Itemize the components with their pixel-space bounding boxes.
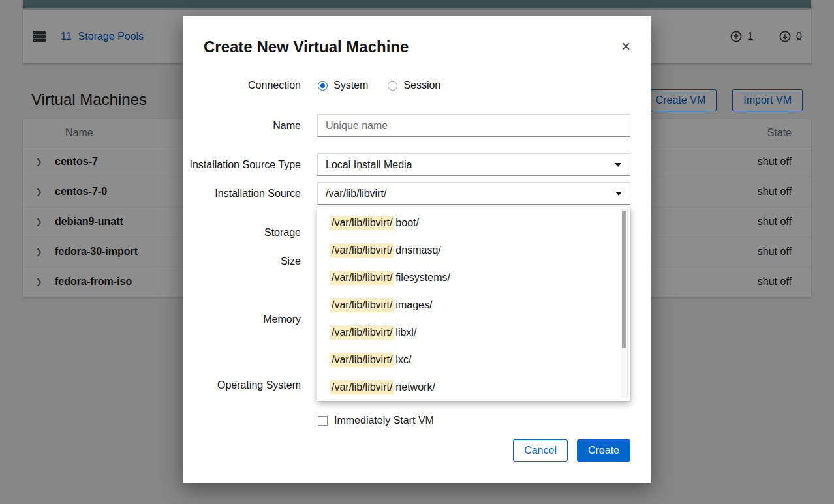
menu-scrollbar[interactable] (621, 209, 628, 398)
memory-label: Memory (183, 313, 301, 325)
path-suffix: libxl/ (395, 327, 416, 338)
chevron-down-icon (615, 163, 621, 167)
match-highlight: /var/lib/libvirt/ (330, 243, 394, 258)
connection-system-radio[interactable]: System (318, 80, 368, 91)
match-highlight: /var/lib/libvirt/ (330, 216, 394, 230)
menu-item[interactable]: /var/lib/libvirt/lxc/ (317, 346, 630, 374)
storage-label: Storage (183, 226, 301, 239)
path-suffix: filesystems/ (395, 272, 450, 284)
match-highlight: /var/lib/libvirt/ (330, 271, 394, 285)
modal-title: Create New Virtual Machine (204, 38, 409, 56)
create-button[interactable]: Create (577, 439, 630, 462)
os-label: Operating System (183, 379, 301, 391)
radio-icon (388, 81, 397, 91)
connection-label: Connection (183, 79, 301, 91)
create-vm-modal: Create New Virtual Machine × Connection … (183, 16, 651, 483)
virtual-machines-page: 11 Storage Pools 1 0 Virtual Machines C (0, 0, 834, 504)
source-input[interactable] (317, 182, 630, 205)
connection-system-label: System (333, 80, 368, 91)
cancel-button[interactable]: Cancel (513, 439, 568, 462)
menu-scrollbar-thumb[interactable] (622, 211, 626, 348)
connection-session-label: Session (403, 80, 440, 91)
name-label: Name (183, 119, 301, 132)
menu-item[interactable]: /var/lib/libvirt/network/ (317, 374, 630, 401)
match-highlight: /var/lib/libvirt/ (330, 353, 394, 367)
source-type-label: Installation Source Type (183, 158, 301, 171)
size-label: Size (183, 255, 301, 267)
vm-name-input[interactable] (317, 114, 630, 137)
path-suffix: lxc/ (395, 354, 411, 366)
match-highlight: /var/lib/libvirt/ (330, 298, 394, 312)
path-suffix: boot/ (395, 217, 419, 229)
source-type-select[interactable]: Local Install Media (317, 153, 630, 176)
connection-radio-group: System Session (318, 80, 440, 91)
path-suffix: images/ (395, 299, 432, 311)
checkbox-icon (318, 416, 328, 426)
start-vm-label: Immediately Start VM (334, 415, 434, 426)
modal-footer: Cancel Create (513, 439, 630, 462)
path-suffix: dnsmasq/ (395, 245, 440, 256)
chevron-down-icon[interactable] (615, 192, 622, 196)
menu-item[interactable]: /var/lib/libvirt/boot/ (317, 209, 630, 237)
menu-item[interactable]: /var/lib/libvirt/images/ (317, 291, 630, 319)
source-autocomplete (317, 182, 630, 205)
connection-session-radio[interactable]: Session (388, 80, 440, 91)
match-highlight: /var/lib/libvirt/ (330, 380, 394, 394)
path-suffix: network/ (395, 381, 435, 393)
menu-item[interactable]: /var/lib/libvirt/dnsmasq/ (317, 237, 630, 264)
menu-item[interactable]: /var/lib/libvirt/libxl/ (317, 319, 630, 346)
match-highlight: /var/lib/libvirt/ (330, 325, 394, 340)
source-type-value: Local Install Media (326, 159, 412, 171)
menu-item[interactable]: /var/lib/libvirt/filesystems/ (317, 264, 630, 291)
source-suggestions-menu: /var/lib/libvirt/boot/ /var/lib/libvirt/… (317, 207, 630, 401)
radio-icon (318, 81, 328, 91)
source-label: Installation Source (183, 187, 301, 200)
start-vm-checkbox-row[interactable]: Immediately Start VM (318, 415, 434, 426)
close-icon[interactable]: × (617, 38, 634, 55)
